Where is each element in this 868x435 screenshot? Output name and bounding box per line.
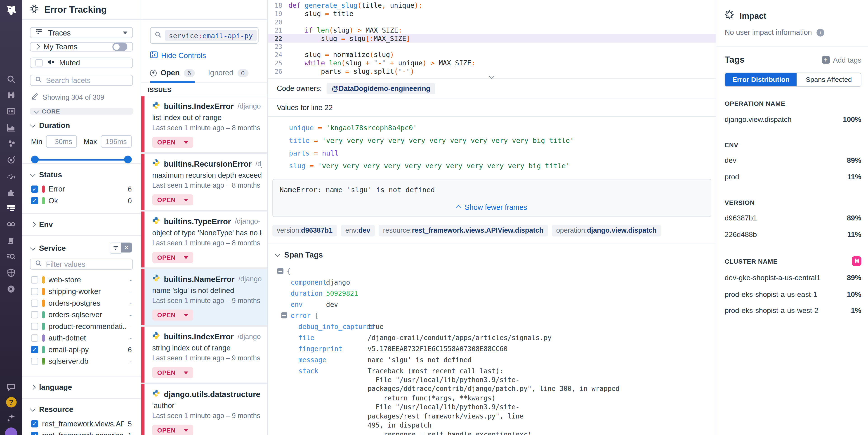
add-tags-button[interactable]: + Add tags bbox=[822, 56, 862, 64]
distribution-row[interactable]: prod-eks-shopist-a-us-west-21% bbox=[725, 306, 862, 314]
code-owner-pill[interactable]: @DataDog/demo-engineering bbox=[327, 83, 435, 94]
checkbox[interactable]: ✓ bbox=[31, 432, 38, 435]
service-map-icon[interactable] bbox=[6, 138, 16, 149]
service-row[interactable]: auth-dotnet- bbox=[31, 332, 132, 344]
distribution-row[interactable]: d96387b189% bbox=[725, 214, 862, 222]
tab-open[interactable]: Open6 bbox=[150, 69, 195, 83]
distribution-row[interactable]: prod11% bbox=[725, 173, 862, 181]
collapse-toggle-icon[interactable] bbox=[277, 268, 283, 274]
tab-ignored[interactable]: Ignored0 bbox=[208, 69, 248, 83]
tab-error-distribution[interactable]: Error Distribution bbox=[725, 73, 797, 86]
facet-env-header[interactable]: Env bbox=[31, 220, 132, 229]
dashboards-icon[interactable] bbox=[6, 171, 16, 181]
checkbox[interactable]: ✓ bbox=[31, 185, 38, 193]
issue-status-dropdown[interactable]: OPEN bbox=[152, 137, 193, 148]
checkbox[interactable] bbox=[31, 311, 38, 318]
duration-max-input[interactable]: 196ms bbox=[101, 135, 132, 148]
status-row[interactable]: ✓Error6 bbox=[31, 183, 132, 195]
issue-card[interactable]: builtins.RecursionError/djmaximum recurs… bbox=[141, 154, 267, 210]
resource-row[interactable]: ✓rest_framework.views.AP...5 bbox=[31, 418, 132, 430]
service-row[interactable]: shipping-worker- bbox=[31, 286, 132, 297]
service-filter-icon-button[interactable] bbox=[110, 243, 121, 254]
trace-tag-pill[interactable]: version:d96387b1 bbox=[272, 224, 337, 236]
issues-search-input[interactable]: service:email-api-py bbox=[150, 27, 258, 44]
checkbox[interactable] bbox=[31, 334, 38, 342]
facet-language-header[interactable]: language bbox=[31, 383, 132, 392]
checkbox[interactable]: ✓ bbox=[31, 346, 38, 353]
logs-icon[interactable] bbox=[6, 252, 16, 261]
checkbox[interactable]: ✓ bbox=[31, 197, 38, 205]
facet-duration-header[interactable]: Duration bbox=[31, 121, 132, 129]
showing-count-row[interactable]: Showing 304 of 309 bbox=[31, 92, 132, 102]
issue-card[interactable]: builtins.IndexError/djangolist index out… bbox=[141, 96, 267, 152]
integrations-icon[interactable] bbox=[6, 187, 16, 197]
facet-resource-header[interactable]: Resource bbox=[31, 405, 132, 414]
facet-status-header[interactable]: Status bbox=[31, 170, 132, 179]
distribution-row[interactable]: dev89% bbox=[725, 156, 862, 164]
resource-row[interactable]: ✓rest_framework.generics...1 bbox=[31, 430, 132, 435]
events-icon[interactable] bbox=[6, 106, 16, 116]
duration-min-input[interactable]: 30ms bbox=[46, 135, 77, 148]
synthetics-icon[interactable] bbox=[6, 284, 16, 294]
show-fewer-frames-button[interactable]: Show fewer frames bbox=[280, 203, 704, 211]
my-teams-filter[interactable]: My Teams bbox=[30, 42, 133, 52]
query-pill[interactable]: service:email-api-py bbox=[165, 30, 257, 41]
user-avatar[interactable] bbox=[5, 428, 17, 435]
slider-handle-max[interactable] bbox=[124, 156, 132, 163]
info-icon[interactable]: i bbox=[816, 29, 824, 36]
notebooks-icon[interactable] bbox=[6, 236, 16, 246]
muted-filter[interactable]: Muted bbox=[30, 58, 133, 68]
expand-code-button[interactable] bbox=[268, 75, 716, 78]
metrics-icon[interactable] bbox=[6, 123, 16, 132]
traces-icon[interactable] bbox=[6, 203, 16, 213]
source-select[interactable]: Traces bbox=[30, 27, 133, 38]
my-teams-toggle[interactable] bbox=[112, 43, 127, 51]
help-icon[interactable]: ? bbox=[6, 397, 17, 408]
trace-tag-pill[interactable]: env:dev bbox=[341, 224, 375, 236]
issue-status-dropdown[interactable]: OPEN bbox=[152, 367, 193, 378]
distribution-row[interactable]: django.view.dispatch100% bbox=[725, 115, 862, 123]
service-clear-button[interactable]: ✕ bbox=[121, 243, 132, 253]
support-chat-icon[interactable] bbox=[6, 382, 16, 392]
trace-tag-pill[interactable]: resource:rest_framework.views.APIView.di… bbox=[379, 224, 548, 236]
service-row[interactable]: web-store- bbox=[31, 274, 132, 285]
issue-card[interactable]: builtins.IndexError/djangostring index o… bbox=[141, 327, 267, 382]
collapse-toggle-icon[interactable] bbox=[281, 312, 287, 318]
muted-checkbox[interactable] bbox=[35, 59, 43, 66]
issue-status-dropdown[interactable]: OPEN bbox=[152, 425, 193, 435]
ci-icon[interactable] bbox=[6, 219, 16, 229]
hide-controls-button[interactable]: Hide Controls bbox=[150, 51, 258, 60]
ai-sparkle-icon[interactable] bbox=[6, 413, 16, 423]
service-row[interactable]: product-recommendati...- bbox=[31, 320, 132, 332]
slider-handle-min[interactable] bbox=[31, 156, 39, 163]
facet-service-header[interactable]: Service ✕ bbox=[31, 243, 132, 254]
service-row[interactable]: orders-postgres- bbox=[31, 297, 132, 309]
distribution-row[interactable]: prod-eks-shopist-a-us-east-110% bbox=[725, 290, 862, 298]
search-icon[interactable] bbox=[6, 74, 16, 84]
issue-card[interactable]: django.utils.datastructure'author'Last s… bbox=[141, 384, 267, 435]
security-icon[interactable] bbox=[6, 268, 16, 278]
core-section-header[interactable]: CORE bbox=[30, 108, 133, 115]
checkbox[interactable]: ✓ bbox=[31, 420, 38, 428]
checkbox[interactable] bbox=[31, 288, 38, 295]
checkbox[interactable] bbox=[31, 358, 38, 365]
service-row[interactable]: orders-sqlserver- bbox=[31, 309, 132, 320]
issue-card[interactable]: builtins.TypeError/django-object of type… bbox=[141, 212, 267, 268]
issue-status-dropdown[interactable]: OPEN bbox=[152, 194, 193, 206]
distribution-row[interactable]: dev-gke-shopist-a-us-central189% bbox=[725, 274, 862, 282]
issue-status-dropdown[interactable]: OPEN bbox=[152, 252, 193, 263]
watchdog-icon[interactable] bbox=[6, 90, 16, 100]
watchdog-icon[interactable] bbox=[852, 256, 862, 266]
service-row[interactable]: sqlserver.db- bbox=[31, 355, 132, 367]
service-filter-input[interactable]: Filter values bbox=[30, 259, 133, 270]
checkbox[interactable] bbox=[31, 323, 38, 330]
tab-spans-affected[interactable]: Spans Affected bbox=[797, 73, 861, 86]
checkbox[interactable] bbox=[31, 276, 38, 283]
apm-icon[interactable] bbox=[6, 155, 16, 165]
span-tags-header[interactable]: Span Tags bbox=[268, 244, 716, 261]
service-row[interactable]: service-bot bbox=[31, 367, 132, 369]
distribution-row[interactable]: 226d488b11% bbox=[725, 230, 862, 239]
trace-tag-pill[interactable]: operation:django.view.dispatch bbox=[552, 224, 661, 236]
checkbox[interactable] bbox=[31, 300, 38, 307]
datadog-logo-icon[interactable] bbox=[0, 0, 22, 22]
